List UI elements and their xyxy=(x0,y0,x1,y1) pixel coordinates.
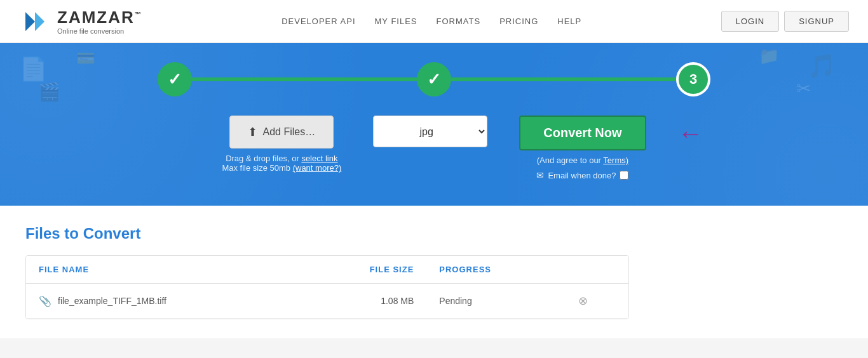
add-files-block: ⬆ Add Files… Drag & drop files, or selec… xyxy=(222,116,341,173)
convert-block: Convert Now ← (And agree to our Terms) ✉… xyxy=(519,116,646,180)
logo-name-text: ZAMZAR xyxy=(57,8,135,27)
step-2: ✓ xyxy=(417,62,451,96)
select-link[interactable]: select link xyxy=(301,154,337,163)
logo-icon xyxy=(19,6,51,37)
files-table: FILE NAME FILE SIZE PROGRESS 📎 file_exam… xyxy=(26,256,628,319)
paperclip-icon: 📎 xyxy=(39,295,51,307)
bg-icon-1: 📄 xyxy=(19,56,48,83)
bg-icon-3: 🎵 xyxy=(808,53,836,79)
file-name-cell: 📎 file_example_TIFF_1MB.tiff xyxy=(26,284,301,319)
terms-link[interactable]: Terms) xyxy=(603,156,628,165)
auth-buttons: LOGIN SIGNUP xyxy=(721,11,849,32)
add-files-button[interactable]: ⬆ Add Files… xyxy=(229,116,334,149)
bg-icon-5: 💳 xyxy=(76,50,95,67)
hero-inner: ✓ ✓ 3 ⬆ Add Files… Drag & drop files, or xyxy=(132,62,736,180)
nav-links: DEVELOPER API MY FILES FORMATS PRICING H… xyxy=(281,17,581,26)
step-line-1 xyxy=(192,77,417,81)
heading-static: Files to xyxy=(25,225,79,242)
email-checkbox[interactable] xyxy=(620,171,628,180)
file-name-text: file_example_TIFF_1MB.tiff xyxy=(58,296,166,306)
format-block: jpg png pdf gif bmp tiff webp mp4 mp3 xyxy=(373,116,487,147)
logo-text: ZAMZAR™ Online file conversion xyxy=(57,8,142,35)
files-section: Files to Convert FILE NAME FILE SIZE PRO… xyxy=(0,206,868,338)
step-1: ✓ xyxy=(158,62,192,96)
nav-help[interactable]: HELP xyxy=(557,17,581,26)
navbar: ZAMZAR™ Online file conversion DEVELOPER… xyxy=(0,0,868,43)
files-heading: Files to Convert xyxy=(25,225,843,242)
upload-icon: ⬆ xyxy=(248,125,257,139)
terms-text: (And agree to our Terms) xyxy=(537,156,628,165)
email-icon: ✉ xyxy=(536,170,544,180)
col-file-size: FILE SIZE xyxy=(301,256,426,284)
files-table-container: FILE NAME FILE SIZE PROGRESS 📎 file_exam… xyxy=(25,255,629,319)
add-files-label: Add Files… xyxy=(262,126,315,138)
login-button[interactable]: LOGIN xyxy=(721,11,779,32)
conversion-controls: ⬆ Add Files… Drag & drop files, or selec… xyxy=(158,116,710,180)
step-3: 3 xyxy=(676,62,710,96)
file-size-cell: 1.08 MB xyxy=(301,284,426,319)
table-header-row: FILE NAME FILE SIZE PROGRESS xyxy=(26,256,628,284)
nav-my-files[interactable]: MY FILES xyxy=(375,17,417,26)
email-label: Email when done? xyxy=(548,171,616,180)
logo: ZAMZAR™ Online file conversion xyxy=(19,6,142,37)
step-line-2 xyxy=(451,77,676,81)
step-3-label: 3 xyxy=(689,71,697,88)
signup-button[interactable]: SIGNUP xyxy=(784,11,849,32)
nav-formats[interactable]: FORMATS xyxy=(437,17,481,26)
col-actions xyxy=(566,256,628,284)
bg-icon-2: 🎬 xyxy=(38,81,60,102)
convert-wrapper: Convert Now ← xyxy=(519,116,646,150)
convert-now-button[interactable]: Convert Now xyxy=(519,116,646,150)
email-line: ✉ Email when done? xyxy=(536,170,628,180)
bg-icon-4: ✂ xyxy=(796,78,811,99)
col-file-name: FILE NAME xyxy=(26,256,301,284)
table-body: 📎 file_example_TIFF_1MB.tiff 1.08 MB Pen… xyxy=(26,284,628,319)
logo-tm: ™ xyxy=(135,11,142,18)
drag-drop-static: Drag & drop files, or xyxy=(226,154,299,163)
want-more-link[interactable]: (want more?) xyxy=(293,163,342,173)
steps-bar: ✓ ✓ 3 xyxy=(158,62,710,96)
table-row: 📎 file_example_TIFF_1MB.tiff 1.08 MB Pen… xyxy=(26,284,628,319)
terms-static: (And agree to our xyxy=(537,156,601,165)
max-file-text: Max file size 50mb xyxy=(222,163,290,173)
remove-file-button[interactable]: ⊗ xyxy=(578,294,588,308)
logo-name: ZAMZAR™ xyxy=(57,8,142,27)
remove-cell: ⊗ xyxy=(566,284,628,319)
table-header: FILE NAME FILE SIZE PROGRESS xyxy=(26,256,628,284)
heading-dynamic: Convert xyxy=(83,225,141,242)
step-2-check: ✓ xyxy=(427,70,441,90)
bg-icon-6: 📁 xyxy=(759,46,779,66)
format-select[interactable]: jpg png pdf gif bmp tiff webp mp4 mp3 xyxy=(373,116,487,147)
nav-pricing[interactable]: PRICING xyxy=(499,17,538,26)
file-status-cell: Pending xyxy=(426,284,566,319)
hero-section: 📄 🎬 🎵 ✂ 💳 📁 ✓ ✓ 3 ⬆ xyxy=(0,43,868,206)
step-1-check: ✓ xyxy=(168,70,182,90)
nav-developer-api[interactable]: DEVELOPER API xyxy=(281,17,355,26)
logo-tagline: Online file conversion xyxy=(57,27,142,35)
col-progress: PROGRESS xyxy=(426,256,566,284)
arrow-indicator: ← xyxy=(678,119,703,147)
drag-drop-text: Drag & drop files, or select link Max fi… xyxy=(222,154,341,173)
file-name-inner: 📎 file_example_TIFF_1MB.tiff xyxy=(39,295,288,307)
